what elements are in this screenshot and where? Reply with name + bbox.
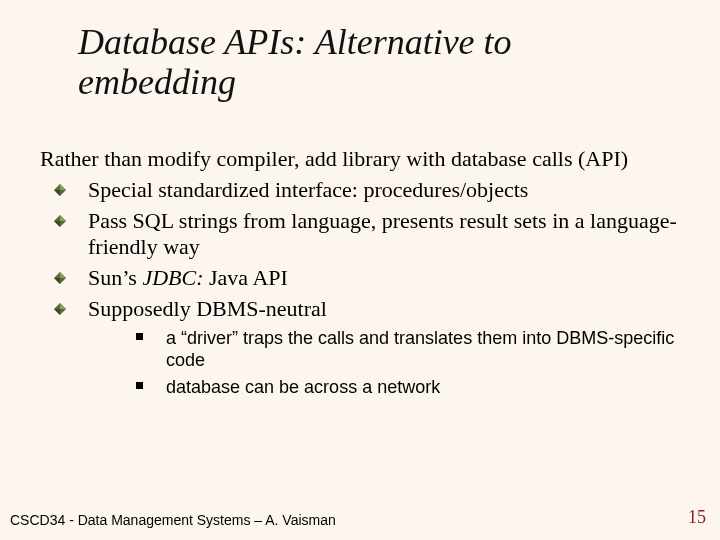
text-emphasis: JDBC:	[142, 265, 203, 290]
slide-body: Rather than modify compiler, add library…	[40, 146, 680, 402]
svg-marker-7	[60, 272, 66, 278]
svg-marker-2	[54, 190, 60, 196]
diamond-bullet-icon	[54, 303, 66, 315]
footer-text: CSCD34 - Data Management Systems – A. Va…	[10, 512, 336, 528]
list-item: Pass SQL strings from language, presents…	[40, 208, 680, 262]
sub-list: a “driver” traps the calls and translate…	[88, 327, 680, 399]
slide-title: Database APIs: Alternative to embedding	[78, 22, 670, 103]
slide: Database APIs: Alternative to embedding …	[0, 0, 720, 540]
list-item: Special standardized interface: procedur…	[40, 177, 680, 204]
svg-marker-10	[60, 303, 66, 309]
list-item-text: Sun’s JDBC: Java API	[88, 265, 288, 290]
text-suffix: Java API	[204, 265, 288, 290]
diamond-bullet-icon	[54, 272, 66, 284]
square-bullet-icon	[136, 382, 143, 389]
list-item-text: Pass SQL strings from language, presents…	[88, 208, 677, 260]
svg-marker-8	[54, 278, 60, 284]
list-item-text: Special standardized interface: procedur…	[88, 177, 528, 202]
svg-marker-4	[60, 215, 66, 221]
page-number: 15	[688, 507, 706, 528]
svg-marker-11	[54, 309, 60, 315]
list-item: Sun’s JDBC: Java API	[40, 265, 680, 292]
sub-item-text: database can be across a network	[166, 377, 440, 397]
sub-list-item: a “driver” traps the calls and translate…	[88, 327, 680, 372]
svg-marker-5	[54, 221, 60, 227]
intro-text: Rather than modify compiler, add library…	[40, 146, 680, 173]
diamond-bullet-icon	[54, 184, 66, 196]
diamond-bullet-icon	[54, 215, 66, 227]
list-item-text: Supposedly DBMS-neutral	[88, 296, 327, 321]
bullet-list: Special standardized interface: procedur…	[40, 177, 680, 399]
sub-list-item: database can be across a network	[88, 376, 680, 399]
svg-marker-1	[60, 184, 66, 190]
square-bullet-icon	[136, 333, 143, 340]
list-item: Supposedly DBMS-neutral a “driver” traps…	[40, 296, 680, 398]
sub-item-text: a “driver” traps the calls and translate…	[166, 328, 674, 371]
text-prefix: Sun’s	[88, 265, 142, 290]
